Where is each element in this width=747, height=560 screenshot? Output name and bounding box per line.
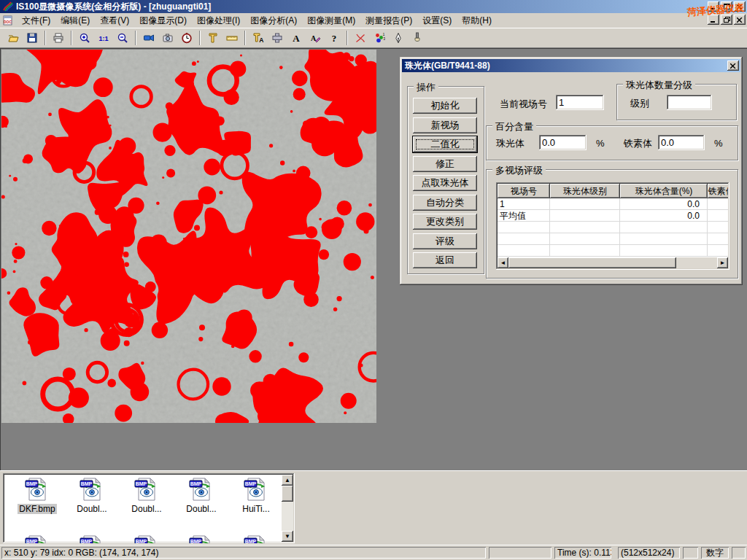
op-button-2[interactable]: 新视场 — [413, 117, 477, 133]
timer-clock-button[interactable] — [178, 30, 196, 46]
table-row[interactable]: 平均值0.0 — [498, 210, 728, 222]
caliper-icon — [207, 32, 219, 44]
menu-bar: DOC 文件(F)编辑(E)查看(V)图像显示(D)图像处理(I)图像分析(A)… — [0, 13, 747, 28]
table-horizontal-scrollbar[interactable]: ◄ ► — [498, 257, 728, 268]
open-folder-button[interactable] — [4, 30, 22, 46]
file-item-partial[interactable]: BMP — [230, 534, 282, 543]
operations-group-label: 操作 — [414, 81, 438, 94]
maximize-button[interactable] — [721, 1, 732, 12]
toolbar-separator — [71, 31, 72, 45]
op-button-8[interactable]: 评级 — [413, 233, 477, 249]
op-button-9[interactable]: 返回 — [413, 252, 477, 268]
menu-item-1[interactable]: 文件(F) — [17, 13, 55, 28]
table-column-header-2[interactable]: 珠光体级别 — [550, 184, 620, 198]
scroll-down-button[interactable]: ▼ — [282, 531, 293, 542]
minimize-button[interactable] — [708, 1, 719, 12]
help-question-button[interactable]: ? — [325, 30, 343, 46]
status-spacer-3 — [732, 547, 746, 559]
zoom-out-button[interactable] — [114, 30, 131, 46]
menu-item-2[interactable]: 编辑(E) — [55, 13, 95, 28]
print-icon — [53, 32, 64, 44]
menu-item-8[interactable]: 测量报告(P) — [360, 13, 417, 28]
ferrite-percent-input[interactable] — [658, 135, 705, 150]
table-cell — [708, 233, 728, 245]
file-item[interactable]: BMPDoubl... — [175, 477, 228, 514]
menu-item-3[interactable]: 查看(V) — [95, 13, 134, 28]
caliper-button[interactable] — [204, 30, 222, 46]
op-button-4[interactable]: 修正 — [413, 156, 477, 172]
file-item-partial[interactable]: BMP — [11, 534, 63, 543]
status-time: Time (s): 0.113 — [554, 547, 611, 559]
svg-text:BMP: BMP — [81, 539, 93, 543]
current-field-input[interactable] — [556, 95, 604, 110]
table-cell — [550, 198, 620, 210]
child-restore-button[interactable] — [721, 15, 732, 25]
file-item[interactable]: BMPHuiTi... — [230, 477, 282, 514]
file-name: Doubl... — [75, 504, 108, 514]
table-column-header-4[interactable]: 铁素体含量(%) — [708, 184, 728, 198]
menu-item-10[interactable]: 帮助(H) — [457, 13, 497, 28]
file-item-partial[interactable]: BMP — [66, 534, 118, 543]
op-button-5[interactable]: 点取珠光体 — [413, 175, 477, 191]
menu-item-7[interactable]: 图像测量(M) — [302, 13, 360, 28]
menu-item-5[interactable]: 图像处理(I) — [192, 13, 245, 28]
dialog-title-bar[interactable]: 珠光体(GB/T9441-88) — [402, 59, 740, 72]
multifield-group-label: 多视场评级 — [492, 164, 546, 177]
scrollbar-thumb[interactable] — [282, 486, 293, 502]
file-item[interactable]: BMPDoubl... — [66, 477, 118, 514]
metallograph-image-binarized[interactable] — [1, 50, 376, 423]
scroll-up-button[interactable]: ▲ — [282, 475, 293, 486]
text-a-button[interactable]: A — [287, 30, 305, 46]
app-logo-icon — [2, 1, 14, 12]
op-button-3[interactable]: 二值化 — [413, 136, 477, 152]
annotate-a-button[interactable]: A — [306, 30, 324, 46]
table-column-header-3[interactable]: 珠光体含量(%) — [620, 184, 708, 198]
svg-text:BMP: BMP — [26, 539, 38, 543]
ruler-button[interactable] — [223, 30, 241, 46]
actual-size-button[interactable]: 1:1 — [95, 30, 112, 46]
timer-clock-icon — [181, 32, 193, 44]
table-cell — [550, 210, 620, 222]
scrollbar-thumb[interactable] — [508, 257, 676, 268]
measure-caliper-a-button[interactable]: A — [249, 30, 267, 46]
child-minimize-button[interactable] — [708, 15, 719, 25]
table-row[interactable]: 10.0 — [498, 198, 728, 210]
capture-camera-button[interactable] — [159, 30, 177, 46]
dialog-close-button[interactable] — [727, 61, 739, 71]
op-button-1[interactable]: 初始化 — [413, 98, 477, 114]
zoom-in-button[interactable] — [76, 30, 93, 46]
pearlite-percent-input[interactable] — [539, 135, 587, 150]
scroll-right-button[interactable]: ► — [717, 257, 728, 268]
application-window: IS100显微摄像系统(金相分析版) - [zhuguangti01] 菏泽仪器… — [0, 0, 747, 560]
paint-brush-button[interactable] — [409, 30, 426, 46]
pearlite-dialog: 珠光体(GB/T9441-88) 操作 初始化新视场二值化修正点取珠光体自动分类… — [400, 57, 743, 285]
close-button[interactable] — [734, 1, 746, 12]
table-row[interactable] — [498, 245, 728, 257]
child-close-button[interactable] — [734, 15, 746, 25]
curve-cut-button[interactable] — [352, 30, 369, 46]
table-row[interactable] — [498, 233, 728, 245]
annotate-a-icon: A — [309, 32, 321, 44]
save-floppy-button[interactable] — [23, 30, 41, 46]
menu-item-4[interactable]: 图像显示(D) — [134, 13, 192, 28]
file-item[interactable]: BMPDoubl... — [120, 477, 173, 514]
pen-nib-button[interactable] — [390, 30, 407, 46]
video-camera-button[interactable] — [140, 30, 158, 46]
color-classify-button[interactable]: 13 — [371, 30, 388, 46]
op-button-7[interactable]: 更改类别 — [413, 214, 477, 230]
file-item[interactable]: BMPDKF.bmp — [11, 477, 63, 514]
menu-item-6[interactable]: 图像分析(A) — [245, 13, 302, 28]
scroll-left-button[interactable]: ◄ — [498, 257, 508, 268]
table-cell — [708, 222, 728, 233]
level-input[interactable] — [667, 95, 712, 110]
table-column-header-1[interactable]: 视场号 — [498, 184, 550, 198]
merge-grid-button[interactable] — [268, 30, 286, 46]
file-item-partial[interactable]: BMP — [175, 534, 228, 543]
op-button-6[interactable]: 自动分类 — [413, 195, 477, 211]
print-button[interactable] — [50, 30, 67, 46]
menu-item-9[interactable]: 设置(S) — [417, 13, 457, 28]
file-list-scrollbar[interactable]: ▲ ▼ — [282, 475, 293, 542]
table-row[interactable] — [498, 222, 728, 233]
file-item-partial[interactable]: BMP — [120, 534, 173, 543]
ruler-icon — [226, 32, 238, 44]
